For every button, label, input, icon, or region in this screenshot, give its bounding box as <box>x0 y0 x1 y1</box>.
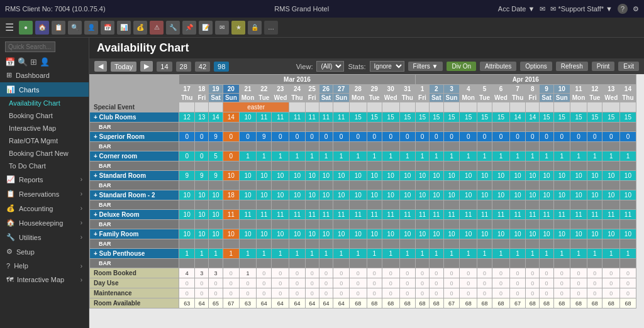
sidebar-item-reports[interactable]: 📈 Reports › <box>0 172 89 187</box>
avail-cell-0-26: 15 <box>587 112 602 123</box>
div-on-btn[interactable]: Div On <box>447 62 476 71</box>
bar-cell-3-15 <box>415 181 429 190</box>
avail-cell-7-19: 1 <box>477 249 492 259</box>
avail-cell-5-13: 11 <box>382 210 399 220</box>
sidebar-item-housekeeping[interactable]: 🏠 Housekeeping › <box>0 216 89 230</box>
prev-btn[interactable]: ◀ <box>94 61 107 72</box>
sidebar-item-utilities[interactable]: 🔧 Utilities › <box>0 230 89 244</box>
day-14-btn[interactable]: 14 <box>157 62 172 72</box>
refresh-btn[interactable]: Refresh <box>556 62 588 71</box>
room-type-label-6[interactable]: + Family Room <box>90 229 179 239</box>
bar-cell-0-9 <box>319 123 333 132</box>
toolbar-btn-1[interactable]: ● <box>19 21 33 35</box>
summary-cell-0-20: 0 <box>492 268 510 278</box>
bar-cell-3-9 <box>319 181 333 190</box>
toolbar-btn-3[interactable]: 📋 <box>52 21 65 35</box>
toolbar-btn-5[interactable]: 👤 <box>84 21 98 35</box>
avail-cell-0-14: 15 <box>399 112 415 123</box>
sidebar-item-interactive-map[interactable]: Interactive Map <box>0 122 89 134</box>
icon-toolbar: ☰ ● 🏠 📋 🔍 👤 📅 📊 💰 ⚠ 🔧 📌 📝 ✉ ★ 🔒 … <box>0 18 644 38</box>
toolbar-btn-11[interactable]: 📌 <box>182 21 196 35</box>
summary-cell-2-11: 0 <box>350 288 367 298</box>
exit-btn[interactable]: Exit <box>618 62 639 71</box>
room-type-label-3[interactable]: + Standard Room <box>90 171 179 181</box>
main-layout: 📅 🔍 ⊞ 👤 ⊞ Dashboard 📊 Charts Availabilit… <box>0 38 644 328</box>
sidebar-item-booking-chart-new[interactable]: Booking Chart New <box>0 147 89 160</box>
summary-cell-2-4: 0 <box>239 288 257 298</box>
filters-btn[interactable]: Filters ▼ <box>408 62 443 71</box>
avail-cell-1-22: 0 <box>526 132 540 142</box>
sidebar-item-rate-ota[interactable]: Rate/OTA Mgmt <box>0 134 89 147</box>
next-btn[interactable]: ▶ <box>140 61 153 72</box>
summary-label-3: Room Available <box>90 298 179 309</box>
toolbar-btn-10[interactable]: 🔧 <box>166 21 180 35</box>
room-type-label-1[interactable]: + Superior Room <box>90 132 179 142</box>
toolbar-btn-15[interactable]: 🔒 <box>248 21 262 35</box>
avail-cell-7-27: 1 <box>602 249 620 259</box>
sidebar-item-accounting[interactable]: 💰 Accounting › <box>0 201 89 216</box>
bar-cell-7-18 <box>460 259 477 268</box>
toolbar-btn-6[interactable]: 📅 <box>101 21 114 35</box>
sidebar-item-availability-chart[interactable]: Availability Chart <box>0 97 89 109</box>
avail-cell-1-17: 0 <box>443 132 460 142</box>
acc-date[interactable]: Acc Date ▼ <box>498 5 535 13</box>
chart-area[interactable]: Mar 2016Apr 2016171819202122232425262728… <box>89 74 644 328</box>
day-98-btn[interactable]: 98 <box>214 62 229 72</box>
bar-cell-4-25 <box>570 200 587 210</box>
calendar-icon[interactable]: 📅 <box>5 57 15 67</box>
sidebar-item-setup[interactable]: ⚙ Setup <box>0 244 89 259</box>
hamburger-icon[interactable]: ☰ <box>5 21 14 33</box>
avail-cell-1-11: 0 <box>350 132 367 142</box>
room-type-label-2[interactable]: + Corner room <box>90 151 179 161</box>
avail-cell-4-16: 10 <box>429 190 443 200</box>
room-type-label-4[interactable]: + Standard Room - 2 <box>90 190 179 200</box>
user-icon[interactable]: 👤 <box>40 57 50 67</box>
avail-cell-4-1: 10 <box>195 190 209 200</box>
settings-icon[interactable]: ⚙ <box>633 5 639 13</box>
toolbar-btn-8[interactable]: 💰 <box>133 21 147 35</box>
day-28-btn[interactable]: 28 <box>176 62 191 72</box>
print-btn[interactable]: Print <box>592 62 615 71</box>
bar-label-0: BAR <box>90 123 179 132</box>
month-mar: Mar 2016 <box>179 75 416 85</box>
stats-select[interactable]: Ignore <box>370 61 404 72</box>
view-select[interactable]: (All) <box>316 61 344 72</box>
sidebar-item-to-do-chart[interactable]: To Do Chart <box>0 160 89 172</box>
user-menu[interactable]: ✉ *Support Staff* ▼ <box>550 5 613 13</box>
sidebar-item-booking-chart[interactable]: Booking Chart <box>0 109 89 122</box>
avail-cell-6-27: 10 <box>602 229 620 239</box>
avail-cell-4-3: 18 <box>223 190 239 200</box>
toolbar-btn-2[interactable]: 🏠 <box>35 21 49 35</box>
search-icon[interactable]: 🔍 <box>18 57 28 67</box>
bar-cell-7-27 <box>602 259 620 268</box>
attributes-btn[interactable]: Attributes <box>480 62 516 71</box>
toolbar-btn-13[interactable]: ✉ <box>215 21 229 35</box>
options-btn[interactable]: Options <box>520 62 552 71</box>
sidebar-item-charts[interactable]: 📊 Charts <box>0 82 89 97</box>
summary-cell-2-8: 0 <box>305 288 319 298</box>
toolbar-btn-9[interactable]: ⚠ <box>150 21 164 35</box>
summary-cell-3-0: 63 <box>179 298 195 309</box>
help-icon[interactable]: ? <box>618 4 628 14</box>
grid-icon[interactable]: ⊞ <box>30 57 37 67</box>
sidebar-item-dashboard[interactable]: ⊞ Dashboard <box>0 68 89 82</box>
toolbar-btn-4[interactable]: 🔍 <box>68 21 82 35</box>
sidebar-item-reservations[interactable]: 📋 Reservations › <box>0 187 89 201</box>
room-type-label-5[interactable]: + Deluxe Room <box>90 210 179 220</box>
sidebar-item-interactive-map2[interactable]: 🗺 Interactive Map › <box>0 273 89 287</box>
day-42-btn[interactable]: 42 <box>195 62 210 72</box>
today-btn[interactable]: Today <box>111 62 136 72</box>
summary-cell-0-16: 0 <box>429 268 443 278</box>
quick-search-input[interactable] <box>5 41 55 52</box>
avail-cell-3-25: 10 <box>570 171 587 181</box>
toolbar-btn-12[interactable]: 📝 <box>199 21 213 35</box>
avail-cell-4-13: 10 <box>382 190 399 200</box>
date-day-8: Fri <box>305 94 319 102</box>
toolbar-btn-99[interactable]: … <box>264 21 278 35</box>
toolbar-btn-7[interactable]: 📊 <box>117 21 131 35</box>
avail-cell-1-5: 9 <box>257 132 272 142</box>
sidebar-item-help[interactable]: ? Help › <box>0 259 89 273</box>
room-type-label-0[interactable]: + Club Rooms <box>90 112 179 123</box>
toolbar-btn-14[interactable]: ★ <box>231 21 245 35</box>
room-type-label-7[interactable]: + Sub Penthouse <box>90 249 179 259</box>
